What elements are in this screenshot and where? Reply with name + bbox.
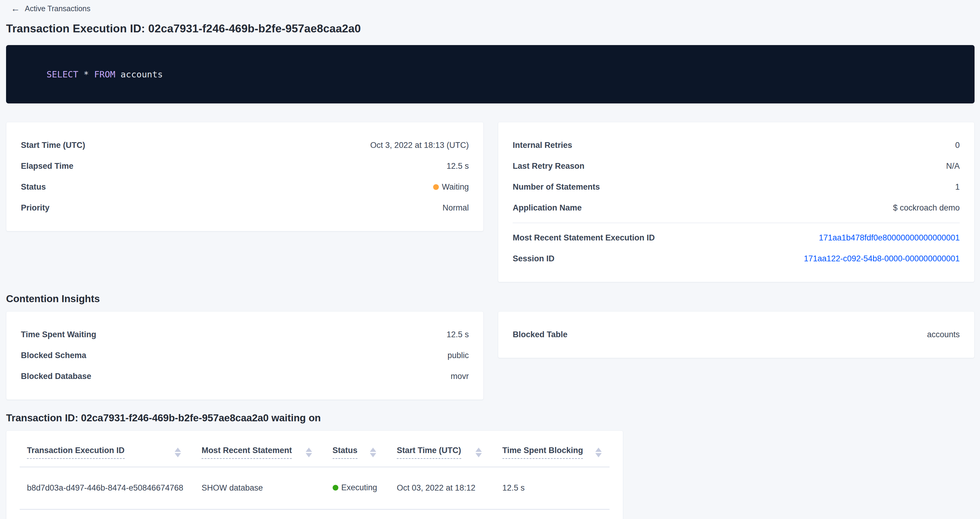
status-text: Executing [341, 483, 377, 492]
column-header-label: Status [332, 446, 358, 459]
contention-row-time-spent-waiting: Time Spent Waiting 12.5 s [21, 324, 469, 345]
row-value: public [447, 351, 469, 360]
row-label: Blocked Schema [21, 351, 86, 360]
row-label: Session ID [513, 254, 554, 263]
overview-row-priority: Priority Normal [21, 197, 469, 218]
contention-cards: Time Spent Waiting 12.5 s Blocked Schema… [6, 311, 975, 400]
column-header-transaction-execution-id[interactable]: Transaction Execution ID [20, 431, 194, 467]
column-header-label: Time Spent Blocking [503, 446, 583, 459]
row-value: movr [451, 372, 469, 381]
row-label: Start Time (UTC) [21, 141, 85, 150]
cell-status: Executing [325, 467, 390, 509]
contention-row-blocked-schema: Blocked Schema public [21, 345, 469, 366]
column-header-label: Start Time (UTC) [397, 446, 461, 459]
card-divider [513, 222, 960, 223]
status-badge: Executing [332, 483, 377, 492]
row-label: Status [21, 183, 46, 192]
breadcrumb-back-link[interactable]: ← Active Transactions [6, 3, 975, 14]
contention-row-blocked-database: Blocked Database movr [21, 366, 469, 387]
overview-row-elapsed-time: Elapsed Time 12.5 s [21, 156, 469, 177]
transaction-details-page: ← Active Transactions Transaction Execut… [0, 0, 980, 519]
details-row-last-retry-reason: Last Retry Reason N/A [513, 156, 960, 177]
overview-row-start-time: Start Time (UTC) Oct 3, 2022 at 18:13 (U… [21, 135, 469, 156]
row-label: Most Recent Statement Execution ID [513, 233, 655, 243]
waiting-status-dot-icon [433, 184, 439, 190]
executing-status-dot-icon [332, 485, 338, 490]
status-text: Waiting [442, 183, 469, 192]
cell-most-recent-statement: SHOW database [194, 467, 325, 509]
row-label: Time Spent Waiting [21, 330, 96, 339]
cell-start-time: Oct 03, 2022 at 18:12 [390, 467, 495, 509]
sort-icon[interactable] [306, 448, 312, 457]
column-header-start-time[interactable]: Start Time (UTC) [390, 431, 495, 467]
column-header-most-recent-statement[interactable]: Most Recent Statement [194, 431, 325, 467]
contention-right-card: Blocked Table accounts [498, 311, 975, 358]
details-row-number-of-statements: Number of Statements 1 [513, 177, 960, 197]
table-row: b8d7d03a-d497-446b-8474-e50846674768 SHO… [20, 467, 609, 509]
details-row-session-id: Session ID 171aa122-c092-54b8-0000-00000… [513, 248, 960, 269]
overview-row-status: Status Waiting [21, 177, 469, 197]
overview-card: Start Time (UTC) Oct 3, 2022 at 18:13 (U… [6, 122, 484, 232]
table-header-row: Transaction Execution ID Most Recent Sta… [20, 431, 609, 467]
row-value: 12.5 s [446, 330, 469, 339]
sql-keyword: SELECT [47, 69, 78, 79]
row-value: $ cockroach demo [893, 203, 960, 213]
contention-insights-heading: Contention Insights [6, 293, 975, 305]
page-title: Transaction Execution ID: 02ca7931-f246-… [6, 22, 975, 35]
row-label: Priority [21, 203, 49, 213]
sort-icon[interactable] [370, 448, 376, 457]
status-badge: Waiting [433, 183, 469, 192]
back-arrow-icon: ← [11, 4, 20, 13]
column-header-status[interactable]: Status [325, 431, 390, 467]
row-label: Number of Statements [513, 183, 600, 192]
details-row-internal-retries: Internal Retries 0 [513, 135, 960, 156]
sort-icon[interactable] [476, 448, 482, 457]
waiting-on-table-card: Transaction Execution ID Most Recent Sta… [6, 430, 623, 519]
row-label: Last Retry Reason [513, 162, 584, 171]
column-header-time-spent-blocking[interactable]: Time Spent Blocking [495, 431, 609, 467]
statement-execution-id-link[interactable]: 171aa1b478fdf0e80000000000000001 [819, 233, 960, 242]
breadcrumb-label: Active Transactions [25, 4, 91, 13]
contention-row-blocked-table: Blocked Table accounts [513, 324, 960, 345]
row-value: 12.5 s [446, 162, 469, 171]
session-id-link[interactable]: 171aa122-c092-54b8-0000-000000000001 [804, 254, 960, 263]
column-header-label: Transaction Execution ID [27, 446, 125, 459]
row-value: Oct 3, 2022 at 18:13 (UTC) [370, 141, 469, 150]
row-label: Internal Retries [513, 141, 572, 150]
waiting-on-table: Transaction Execution ID Most Recent Sta… [20, 431, 609, 509]
sort-icon[interactable] [595, 448, 602, 457]
row-value: Normal [442, 203, 469, 213]
row-label: Blocked Table [513, 330, 568, 339]
details-row-most-recent-statement-execution-id: Most Recent Statement Execution ID 171aa… [513, 227, 960, 248]
row-value: 1 [955, 183, 960, 192]
cell-transaction-execution-id: b8d7d03a-d497-446b-8474-e50846674768 [20, 467, 194, 509]
sql-text: * [78, 69, 94, 79]
sql-keyword: FROM [94, 69, 115, 79]
details-card: Internal Retries 0 Last Retry Reason N/A… [498, 122, 975, 282]
row-value: 0 [955, 141, 960, 150]
sort-icon[interactable] [175, 448, 181, 457]
summary-cards: Start Time (UTC) Oct 3, 2022 at 18:13 (U… [6, 122, 975, 282]
sql-text: accounts [115, 69, 163, 79]
contention-left-card: Time Spent Waiting 12.5 s Blocked Schema… [6, 311, 484, 400]
column-header-label: Most Recent Statement [202, 446, 292, 459]
row-label: Application Name [513, 203, 582, 213]
sql-statement-box: SELECT * FROM accounts [6, 45, 975, 103]
row-label: Elapsed Time [21, 162, 73, 171]
details-row-application-name: Application Name $ cockroach demo [513, 197, 960, 218]
waiting-on-heading: Transaction ID: 02ca7931-f246-469b-b2fe-… [6, 412, 975, 424]
row-value: N/A [946, 162, 960, 171]
row-label: Blocked Database [21, 372, 91, 381]
row-value: accounts [927, 330, 960, 339]
cell-time-spent-blocking: 12.5 s [495, 467, 609, 509]
